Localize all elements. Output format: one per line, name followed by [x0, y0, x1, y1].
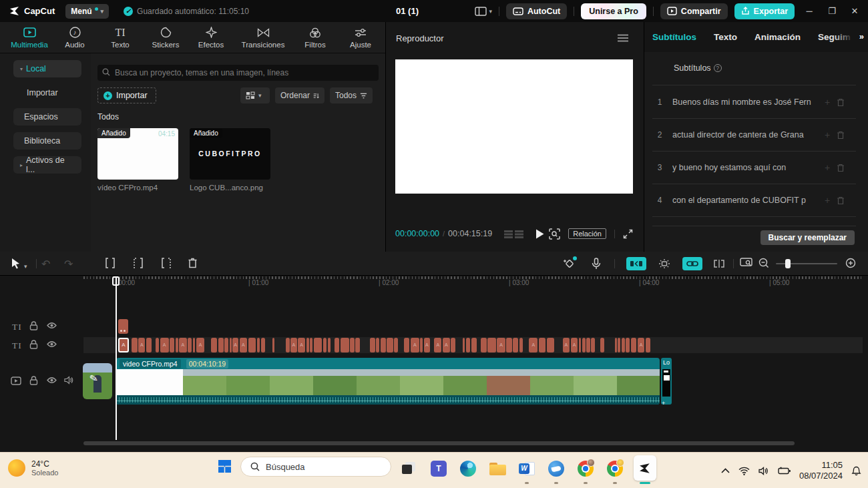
- subtitle-clip[interactable]: [615, 338, 617, 352]
- subtitle-clip[interactable]: A: [232, 338, 238, 352]
- battery-icon[interactable]: [778, 467, 791, 475]
- add-subtitle-icon[interactable]: +: [825, 195, 830, 206]
- subtitle-clip[interactable]: [513, 338, 518, 352]
- subtitle-clip[interactable]: [381, 338, 386, 352]
- subtitle-clip[interactable]: A: [160, 338, 169, 352]
- split-left-button[interactable]: [132, 258, 144, 268]
- link-clips-toggle[interactable]: [682, 257, 702, 270]
- frame-step-icons[interactable]: [504, 230, 523, 238]
- hide-track-button[interactable]: [47, 322, 57, 329]
- tab-stickers[interactable]: Stickers: [143, 27, 188, 49]
- search-input[interactable]: [97, 65, 379, 81]
- start-button[interactable]: [218, 460, 231, 473]
- delete-subtitle-icon[interactable]: [837, 164, 845, 172]
- subtitle-clip[interactable]: [230, 338, 232, 352]
- subtitle-clip[interactable]: [176, 338, 178, 352]
- subtitle-clip[interactable]: [376, 338, 379, 352]
- subtitle-clip[interactable]: A: [196, 338, 205, 352]
- magic-tools-button[interactable]: [564, 258, 576, 270]
- subtitle-clip[interactable]: [487, 338, 496, 352]
- subtitle-clip[interactable]: [481, 338, 486, 352]
- share-button[interactable]: Compartir: [660, 3, 728, 19]
- subtitle-clip[interactable]: [306, 338, 309, 352]
- subtitle-clip[interactable]: [146, 338, 152, 352]
- subtitle-clip[interactable]: [323, 338, 327, 352]
- subtitle-clip[interactable]: [451, 338, 455, 352]
- lock-track-button[interactable]: [29, 340, 38, 349]
- lock-track-button[interactable]: [29, 376, 38, 385]
- subtitle-clip[interactable]: [272, 338, 274, 352]
- sidebar-item-local[interactable]: ▾Local: [13, 60, 81, 77]
- subtitle-clip[interactable]: [211, 338, 217, 352]
- subtitle-clip[interactable]: [286, 338, 289, 352]
- close-button[interactable]: ✕: [847, 6, 863, 16]
- chrome2-app-button[interactable]: [604, 458, 626, 479]
- menu-button[interactable]: Menú ▾: [65, 4, 109, 19]
- aspect-ratio-button[interactable]: Relación: [568, 228, 606, 239]
- taskbar-clock[interactable]: 11:05 08/07/2024: [799, 460, 843, 481]
- filter-button[interactable]: Todos: [330, 87, 373, 103]
- sidebar-item-biblioteca[interactable]: Biblioteca: [13, 132, 81, 150]
- media-card-logo[interactable]: Añadido CUBOFITPRO Logo CUB...anco.png: [190, 128, 270, 192]
- preview-axis-button[interactable]: [740, 258, 752, 268]
- subtitle-clip[interactable]: A: [298, 338, 305, 352]
- split-right-button[interactable]: [160, 258, 172, 268]
- subtitle-row[interactable]: 2 actual director de cantera de Grana +: [652, 119, 856, 151]
- subtitle-clip[interactable]: A: [434, 338, 441, 352]
- playhead-handle[interactable]: [112, 276, 120, 286]
- volume-icon[interactable]: [758, 467, 769, 475]
- thunderbird-app-button[interactable]: [546, 458, 567, 479]
- tab-subtitulos[interactable]: Subtítulos: [652, 32, 696, 42]
- subtitle-clip[interactable]: [310, 338, 312, 352]
- delete-subtitle-icon[interactable]: [837, 196, 845, 205]
- select-tool-chevron[interactable]: ▾: [24, 260, 27, 270]
- subtitle-clip[interactable]: A: [290, 338, 296, 352]
- timeline-ruler[interactable]: [83, 276, 863, 279]
- subtitle-clip[interactable]: A: [563, 338, 570, 352]
- autocut-button[interactable]: AutoCut: [506, 3, 567, 19]
- video-preview[interactable]: [395, 59, 633, 194]
- subtitle-clip[interactable]: [224, 338, 228, 352]
- lock-track-button[interactable]: [29, 321, 38, 330]
- teams-app-button[interactable]: T: [428, 458, 449, 479]
- capcut-app-button[interactable]: [634, 455, 656, 481]
- tab-efectos[interactable]: Efectos: [188, 27, 234, 49]
- main-track-magnet-toggle[interactable]: [626, 257, 646, 270]
- hide-track-button[interactable]: [47, 377, 57, 384]
- subtitle-clip[interactable]: [420, 338, 423, 352]
- subtitle-clip[interactable]: [370, 338, 375, 352]
- redo-button[interactable]: ↷: [64, 258, 73, 270]
- fullscreen-icon[interactable]: [623, 229, 633, 239]
- edge-app-button[interactable]: [457, 458, 479, 479]
- explorer-app-button[interactable]: [487, 458, 508, 479]
- subtitle-clip[interactable]: [646, 338, 650, 352]
- subtitle-clip[interactable]: [394, 338, 397, 352]
- subtitle-clip[interactable]: [350, 338, 355, 352]
- delete-subtitle-icon[interactable]: [837, 98, 845, 107]
- hidden-icons-chevron[interactable]: [721, 468, 730, 473]
- zoom-out-button[interactable]: [758, 258, 769, 268]
- timeline-zoom-slider[interactable]: [776, 263, 837, 264]
- layout-panels-button[interactable]: ▾: [475, 7, 492, 16]
- word-app-button[interactable]: W: [516, 458, 537, 479]
- logo-clip[interactable]: Lo: [661, 358, 672, 405]
- subtitle-clip[interactable]: A: [179, 338, 186, 352]
- task-view-button[interactable]: [398, 458, 419, 479]
- subtitle-clip[interactable]: [591, 338, 595, 352]
- subtitle-clip[interactable]: A: [529, 338, 537, 352]
- sort-button[interactable]: Ordenar: [275, 87, 324, 103]
- tab-audio[interactable]: ♪ Audio: [52, 27, 97, 49]
- add-subtitle-icon[interactable]: +: [825, 97, 830, 107]
- subtitle-clip[interactable]: A: [411, 338, 419, 352]
- subtitle-clip[interactable]: [506, 338, 511, 352]
- delete-button[interactable]: [188, 258, 198, 268]
- subtitle-clip[interactable]: [519, 338, 523, 352]
- sidebar-item-activos[interactable]: ▸Activos de l...: [13, 156, 81, 174]
- subtitle-clip[interactable]: A: [443, 338, 450, 352]
- subtitle-clip[interactable]: [341, 338, 349, 352]
- add-subtitle-icon[interactable]: +: [825, 130, 830, 140]
- subtitle-clip[interactable]: [156, 338, 159, 352]
- subtitle-row[interactable]: 1 Buenos días mi nombre es José Fern +: [652, 86, 856, 118]
- subtitle-clip[interactable]: [622, 338, 625, 352]
- tab-animacion[interactable]: Animación: [754, 32, 801, 42]
